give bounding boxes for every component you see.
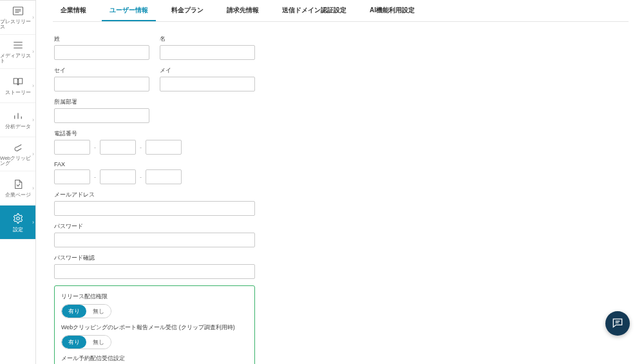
- chat-icon: [611, 316, 624, 330]
- sidebar-item-label: メディアリスト: [0, 53, 35, 64]
- fax-input-1[interactable]: [54, 169, 90, 184]
- last-name-input[interactable]: [54, 45, 149, 60]
- sidebar-item-label: 設定: [13, 227, 23, 233]
- story-icon: [12, 77, 24, 88]
- settings-tabs: 企業情報 ユーザー情報 料金プラン 請求先情報 送信ドメイン認証設定 AI機能利…: [53, 0, 629, 22]
- tab-plan[interactable]: 料金プラン: [164, 0, 211, 21]
- release-perm-yes[interactable]: 有り: [62, 305, 86, 318]
- chevron-right-icon: ›: [32, 82, 34, 89]
- webclip-mail-label: Webクリッピングのレポート報告メール受信 (クリップ調査利用時): [61, 323, 248, 332]
- sidebar-item-label: 分析データ: [5, 124, 31, 129]
- password-confirm-input[interactable]: [54, 264, 255, 279]
- last-kana-label: セイ: [54, 66, 149, 75]
- sidebar-item-corp-page[interactable]: 企業ページ ›: [0, 171, 35, 206]
- webclip-mail-yes[interactable]: 有り: [62, 336, 86, 349]
- sidebar-item-press-release[interactable]: プレスリリース ›: [0, 1, 35, 35]
- fax-input-3[interactable]: [146, 169, 182, 184]
- tab-ai[interactable]: AI機能利用設定: [362, 0, 422, 21]
- password-input[interactable]: [54, 233, 255, 247]
- webclip-icon: [12, 142, 24, 154]
- sidebar-item-analytics[interactable]: 分析データ ›: [0, 103, 35, 137]
- main-content: 企業情報 ユーザー情報 料金プラン 請求先情報 送信ドメイン認証設定 AI機能利…: [36, 0, 644, 364]
- chevron-right-icon: ›: [32, 185, 34, 191]
- separator: -: [140, 144, 142, 151]
- tab-company[interactable]: 企業情報: [53, 0, 94, 21]
- chevron-right-icon: ›: [32, 219, 34, 225]
- highlighted-permissions-block: リリース配信権限 有り 無し Webクリッピングのレポート報告メール受信 (クリ…: [54, 285, 255, 364]
- user-info-form: 姓 名 セイ メイ: [54, 35, 260, 364]
- fax-label: FAX: [54, 161, 260, 168]
- email-input[interactable]: [54, 201, 255, 216]
- first-name-label: 名: [160, 35, 255, 43]
- chevron-right-icon: ›: [32, 151, 34, 157]
- sidebar-item-story[interactable]: ストーリー ›: [0, 69, 35, 103]
- chevron-right-icon: ›: [32, 14, 34, 21]
- press-release-icon: [12, 6, 24, 17]
- first-kana-input[interactable]: [160, 77, 255, 91]
- chevron-right-icon: ›: [32, 117, 34, 123]
- last-name-label: 姓: [54, 35, 149, 43]
- password-confirm-label: パスワード確認: [54, 254, 260, 262]
- separator: -: [140, 174, 142, 180]
- tab-billing[interactable]: 請求先情報: [219, 0, 267, 21]
- sidebar-item-media-list[interactable]: メディアリスト ›: [0, 35, 35, 69]
- sidebar-item-settings[interactable]: 設定 ›: [0, 206, 35, 240]
- last-kana-input[interactable]: [54, 77, 149, 91]
- tel-input-3[interactable]: [146, 140, 182, 155]
- corp-page-icon: [12, 179, 24, 191]
- dept-input[interactable]: [54, 108, 149, 123]
- release-perm-toggle: 有り 無し: [61, 304, 111, 318]
- separator: -: [94, 174, 96, 180]
- sched-mail-label: メール予約配信受信設定: [61, 354, 248, 363]
- sidebar-item-label: ストーリー: [5, 90, 31, 95]
- sidebar-item-label: プレスリリース: [0, 19, 35, 30]
- analytics-icon: [12, 111, 24, 122]
- chat-fab[interactable]: [605, 311, 630, 336]
- media-list-icon: [12, 40, 24, 52]
- tab-domain[interactable]: 送信ドメイン認証設定: [274, 0, 354, 21]
- sidebar-item-label: 企業ページ: [5, 193, 31, 198]
- tel-label: 電話番号: [54, 129, 260, 138]
- tab-user[interactable]: ユーザー情報: [102, 0, 156, 21]
- fax-input-2[interactable]: [100, 169, 136, 184]
- dept-label: 所属部署: [54, 98, 260, 106]
- release-perm-no[interactable]: 無し: [86, 305, 111, 318]
- chevron-right-icon: ›: [32, 48, 34, 55]
- sidebar: プレスリリース › メディアリスト › ストーリー › 分析データ ›: [0, 0, 36, 364]
- webclip-mail-toggle: 有り 無し: [61, 335, 111, 349]
- password-label: パスワード: [54, 222, 260, 231]
- svg-point-10: [16, 216, 19, 220]
- tel-input-2[interactable]: [100, 140, 136, 155]
- first-kana-label: メイ: [160, 66, 255, 75]
- release-perm-label: リリース配信権限: [61, 292, 248, 301]
- webclip-mail-no[interactable]: 無し: [86, 336, 111, 349]
- first-name-input[interactable]: [160, 45, 255, 60]
- sidebar-item-webclip[interactable]: Webクリッピング ›: [0, 137, 35, 171]
- settings-icon: [12, 213, 24, 225]
- sidebar-item-label: Webクリッピング: [0, 156, 35, 166]
- tel-input-1[interactable]: [54, 140, 90, 155]
- scroll-area[interactable]: 企業情報 ユーザー情報 料金プラン 請求先情報 送信ドメイン認証設定 AI機能利…: [36, 0, 644, 364]
- email-label: メールアドレス: [54, 191, 260, 199]
- separator: -: [94, 144, 96, 151]
